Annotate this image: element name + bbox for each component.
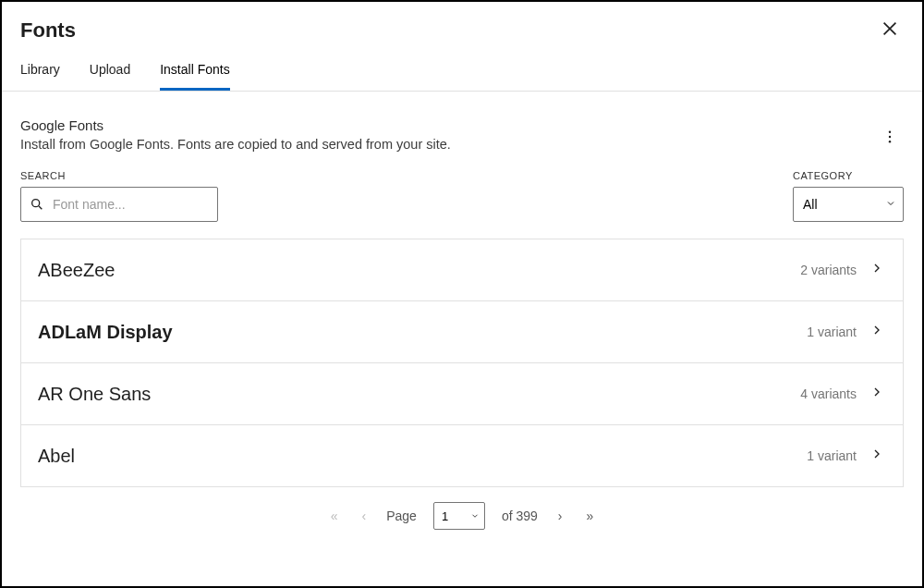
font-name: ABeeZee — [38, 260, 115, 281]
svg-point-3 — [32, 200, 40, 207]
font-name: Abel — [38, 446, 75, 467]
font-variants: 4 variants — [800, 386, 857, 401]
more-options-button[interactable] — [876, 123, 904, 153]
tabs: Library Upload Install Fonts — [2, 45, 922, 92]
font-row[interactable]: ABeeZee 2 variants — [21, 239, 903, 301]
font-name: ADLaM Display — [38, 322, 173, 343]
svg-point-2 — [889, 141, 891, 142]
svg-line-4 — [39, 206, 42, 209]
category-field: CATEGORY All — [793, 170, 904, 222]
category-select[interactable]: All — [793, 187, 904, 222]
page-total: of 399 — [502, 508, 538, 523]
svg-point-1 — [889, 136, 891, 138]
font-row[interactable]: ADLaM Display 1 variant — [21, 301, 903, 363]
pagination: « ‹ Page 1 of 399 › » — [2, 487, 922, 541]
chevron-right-icon — [869, 385, 884, 403]
section-heading: Google Fonts — [20, 117, 451, 133]
search-field: SEARCH — [20, 170, 218, 222]
page-select-wrap: 1 — [433, 502, 485, 530]
page-first[interactable]: « — [327, 507, 342, 525]
section-titles: Google Fonts Install from Google Fonts. … — [20, 117, 451, 152]
page-prev[interactable]: ‹ — [359, 507, 371, 525]
font-row-right: 1 variant — [807, 447, 884, 465]
font-name: AR One Sans — [38, 384, 151, 405]
fonts-modal: Fonts Library Upload Install Fonts Googl… — [0, 0, 924, 588]
category-label: CATEGORY — [793, 170, 904, 181]
font-row-right: 1 variant — [807, 323, 884, 341]
font-row[interactable]: AR One Sans 4 variants — [21, 363, 903, 425]
font-list: ABeeZee 2 variants ADLaM Display 1 varia… — [20, 239, 904, 487]
filter-controls: SEARCH CATEGORY All — [2, 153, 922, 231]
search-label: SEARCH — [20, 170, 218, 181]
close-button[interactable] — [876, 15, 904, 45]
more-vertical-icon — [881, 129, 898, 145]
section-header: Google Fonts Install from Google Fonts. … — [2, 92, 922, 153]
page-select[interactable]: 1 — [433, 502, 485, 530]
page-last[interactable]: » — [582, 507, 597, 525]
font-row-right: 2 variants — [800, 261, 884, 279]
section-description: Install from Google Fonts. Fonts are cop… — [20, 137, 451, 152]
search-icon — [30, 197, 44, 212]
search-input[interactable] — [20, 187, 218, 222]
tab-library[interactable]: Library — [20, 62, 60, 91]
modal-header: Fonts — [2, 2, 922, 45]
close-icon — [880, 18, 900, 39]
page-label: Page — [386, 508, 417, 523]
tab-upload[interactable]: Upload — [90, 62, 130, 91]
modal-body: Google Fonts Install from Google Fonts. … — [2, 92, 922, 586]
category-select-wrap: All — [793, 187, 904, 222]
chevron-right-icon — [869, 261, 884, 279]
font-variants: 2 variants — [800, 263, 857, 277]
font-variants: 1 variant — [807, 325, 857, 339]
modal-title: Fonts — [20, 18, 76, 43]
chevron-right-icon — [869, 323, 884, 341]
search-input-wrap — [20, 187, 218, 222]
tab-install-fonts[interactable]: Install Fonts — [160, 62, 229, 91]
chevron-right-icon — [869, 447, 884, 465]
font-row[interactable]: Abel 1 variant — [21, 425, 903, 487]
page-next[interactable]: › — [554, 507, 566, 525]
font-variants: 1 variant — [807, 448, 857, 463]
svg-point-0 — [889, 131, 891, 133]
font-row-right: 4 variants — [800, 385, 884, 403]
